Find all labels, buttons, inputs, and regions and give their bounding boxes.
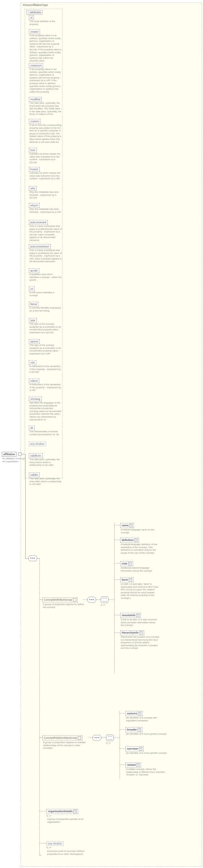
element-remoteInfo[interactable]: remoteInfo + xyxy=(120,613,141,618)
element-desc: An identifier of a concept with equivale… xyxy=(126,716,168,722)
element-desc: A natural language definition of the sem… xyxy=(120,543,160,554)
attr-desc: One or many constraints that apply to pu… xyxy=(29,249,62,263)
attr-qcode[interactable]: qcode xyxy=(29,268,39,273)
attr-modified[interactable]: modified xyxy=(29,97,42,102)
diagram-canvas: PersonAffiliationType affiliation An aff… xyxy=(0,0,203,868)
ext-occ: 0..∞ xyxy=(47,846,51,849)
attr-custom[interactable]: custom xyxy=(29,119,41,124)
attr-desc: Indicates by which means the value was e… xyxy=(29,153,62,164)
cdg-occ: 0..∞ xyxy=(101,603,105,606)
element-desc: A related concept, where the relationshi… xyxy=(126,768,168,776)
attr-roleuri[interactable]: roleuri xyxy=(29,378,39,383)
attr-desc: If the property value is not defined, sp… xyxy=(29,34,62,62)
sequence-icon xyxy=(87,597,96,603)
attr-uri[interactable]: uri xyxy=(29,286,35,291)
sequence-icon xyxy=(28,555,37,561)
element-name[interactable]: name + xyxy=(120,523,134,528)
element-desc: An identifier of a more generic concept xyxy=(126,733,167,736)
attr-dir[interactable]: dir xyxy=(29,426,35,430)
org-occ: 0..∞ xyxy=(47,814,51,817)
attr-validto[interactable]: validto xyxy=(29,472,40,477)
concept-definition-group[interactable]: ConceptDefinitionGroup - xyxy=(43,597,78,602)
plus-icon[interactable]: + xyxy=(128,562,131,565)
element-sameAs[interactable]: sameAs + xyxy=(126,711,143,716)
attr-type[interactable]: type xyxy=(29,318,37,322)
ext-desc: Extension point for provider-defined pro… xyxy=(47,850,89,856)
minus-icon[interactable]: - xyxy=(78,736,81,740)
attr-desc: A qualified code which identifies a conc… xyxy=(29,273,62,281)
plus-icon[interactable]: + xyxy=(136,764,139,767)
attr-xml-lang[interactable]: xml:lang xyxy=(29,397,42,401)
element-definition[interactable]: definition + xyxy=(120,538,139,543)
element-desc: Represents the position of a concept in … xyxy=(120,636,160,650)
cdg-desc: A group of properties required to define… xyxy=(43,603,85,609)
attr-desc: Why the metadata has been included - exp… xyxy=(29,191,62,199)
attr-desc: The date (and, optionally, the time) bef… xyxy=(29,458,62,467)
attr-desc: One or many constraints that apply to pu… xyxy=(29,225,62,242)
minus-icon[interactable]: - xyxy=(73,598,76,601)
element-desc: In NAR 1.8 and later, 'facet' is depreca… xyxy=(120,583,160,600)
attr-creatoruri[interactable]: creatoruri xyxy=(29,63,43,68)
attr-desc: A concept identifier expressed as a free… xyxy=(29,307,62,312)
attr-desc: If set to true the corresponding propert… xyxy=(29,124,62,144)
plus-icon[interactable]: + xyxy=(134,538,137,542)
choice-icon xyxy=(101,596,108,603)
plus-icon[interactable]: + xyxy=(129,524,133,527)
choice-icon xyxy=(106,735,114,741)
plus-icon[interactable]: + xyxy=(139,631,143,634)
attr-desc: Why the metadata has been included - exp… xyxy=(29,208,62,213)
plus-icon[interactable]: + xyxy=(73,810,77,813)
element-hierarchyInfo[interactable]: hierarchyInfo + xyxy=(120,630,144,635)
attr-literal[interactable]: literal xyxy=(29,302,38,307)
element-narrower[interactable]: narrower + xyxy=(126,746,144,751)
attr-desc: The date (and, optionally, the time) whe… xyxy=(29,102,62,116)
element-desc: An identifier of a more specific concept xyxy=(126,752,167,754)
attr-role[interactable]: role xyxy=(29,360,36,365)
concept-relationships-group[interactable]: ConceptRelationshipsGroup - xyxy=(43,736,82,741)
sequence-icon xyxy=(93,735,101,741)
attr-pubconstraint[interactable]: pubconstraint xyxy=(29,220,48,225)
attr-pubconstrainturi[interactable]: pubconstrainturi xyxy=(29,244,51,249)
attr-desc: The type of the concept assigned as a co… xyxy=(29,344,62,355)
element-note[interactable]: note + xyxy=(120,561,133,566)
attr-why[interactable]: why xyxy=(29,186,36,191)
attr-id[interactable]: id xyxy=(29,15,34,20)
attr-desc: The date (and, optionally, the time) aft… xyxy=(29,477,62,486)
extension-any-other[interactable]: any ##other xyxy=(47,841,64,846)
attr-creator[interactable]: creator xyxy=(29,29,40,34)
attr-desc: The type of the concept assigned as a co… xyxy=(29,322,62,334)
attr-howuri[interactable]: howuri xyxy=(29,167,40,172)
attr-validfrom[interactable]: validfrom xyxy=(29,454,43,458)
element-desc: Additional natural language information … xyxy=(120,566,160,572)
organisation-details-element[interactable]: organisationDetails + xyxy=(47,809,78,814)
attr-typeuri[interactable]: typeuri xyxy=(29,339,40,344)
attr-any---other[interactable]: any ##other xyxy=(29,442,46,446)
element-related[interactable]: related + xyxy=(126,763,141,768)
attr-how[interactable]: how xyxy=(29,148,37,153)
attr-desc: The local identifier of the property xyxy=(29,20,62,26)
org-desc: A group of properties specific to an org… xyxy=(47,818,86,823)
crg-occ: 0..∞ xyxy=(106,742,110,744)
element-desc: A natural language name for the concept xyxy=(120,528,160,534)
element-facet[interactable]: facet + xyxy=(120,578,133,582)
plus-icon[interactable]: + xyxy=(139,747,142,750)
attr-desc: A URI which identifies a concept xyxy=(29,291,62,297)
element-desc: A link to an item or a web resource whic… xyxy=(120,618,160,627)
attr-desc: If the property value is not defined, sp… xyxy=(29,68,62,93)
attr-desc: A refinement of the semantics of the pro… xyxy=(29,383,62,392)
element-broader[interactable]: broader + xyxy=(126,727,142,732)
attr-desc: A refinement of the semantics of the pro… xyxy=(29,365,62,373)
affiliation-element[interactable]: affiliation xyxy=(2,452,17,457)
plus-icon[interactable]: + xyxy=(137,728,141,732)
attr-desc: Indicates by which means the value was e… xyxy=(29,172,62,180)
attr-desc: Specifies the language of this property … xyxy=(29,401,62,421)
attr-desc: The directionality of textual content (e… xyxy=(29,430,62,436)
plus-icon[interactable]: + xyxy=(138,712,141,715)
attributes-header: □ attributes xyxy=(27,10,43,15)
plus-icon[interactable]: + xyxy=(136,614,139,617)
plus-icon[interactable]: + xyxy=(129,578,132,582)
crg-desc: A group of properties required to indica… xyxy=(43,741,88,750)
attr-whyuri[interactable]: whyuri xyxy=(29,203,40,208)
type-title: PersonAffiliationType xyxy=(23,3,48,6)
